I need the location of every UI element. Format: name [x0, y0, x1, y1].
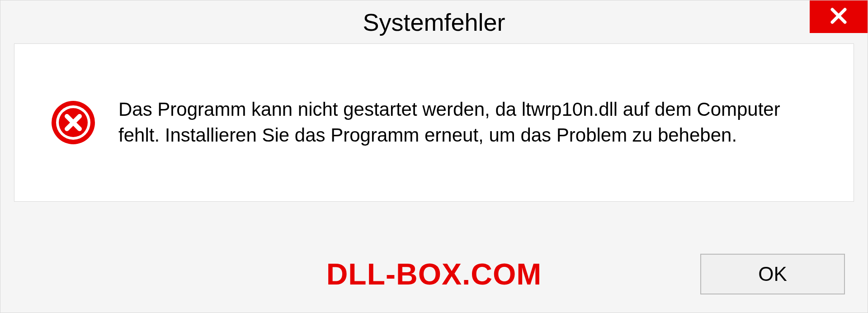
ok-button[interactable]: OK	[700, 254, 845, 294]
error-dialog: Systemfehler Das Programm kann nicht ges…	[0, 0, 868, 313]
error-message: Das Programm kann nicht gestartet werden…	[118, 97, 826, 148]
watermark-text: DLL-BOX.COM	[326, 257, 542, 291]
dialog-title: Systemfehler	[363, 8, 505, 36]
close-icon	[830, 7, 848, 27]
close-button[interactable]	[810, 0, 868, 33]
dialog-footer: DLL-BOX.COM OK	[0, 236, 868, 313]
content-panel: Das Programm kann nicht gestartet werden…	[14, 43, 854, 202]
error-icon	[51, 100, 96, 145]
titlebar: Systemfehler	[0, 0, 868, 43]
